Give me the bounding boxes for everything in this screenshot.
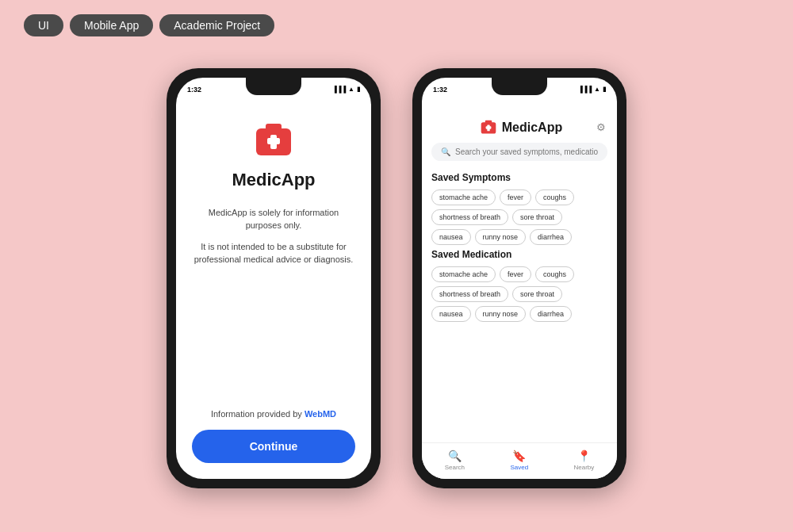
settings-icon[interactable]: ⚙ xyxy=(596,121,606,133)
disclaimer1: MedicApp is solely for information purpo… xyxy=(192,206,355,232)
wifi-icon: ▲ xyxy=(348,86,354,93)
webmd-text: Information provided by WebMD xyxy=(211,409,336,419)
chip-coughs-s[interactable]: coughs xyxy=(535,189,574,205)
svg-rect-3 xyxy=(267,138,280,144)
battery-icon2: ▮ xyxy=(603,86,606,93)
wifi-icon2: ▲ xyxy=(594,86,600,93)
disclaimer-block: MedicApp is solely for information purpo… xyxy=(192,206,355,274)
medic-logo xyxy=(253,121,294,162)
chip-diarrhea-s[interactable]: diarrhea xyxy=(530,229,572,245)
chip-sore-throat-m[interactable]: sore throat xyxy=(512,286,562,302)
phone1-status-icons: ▐▐▐ ▲ ▮ xyxy=(332,86,360,93)
bottom-nav: 🔍 Search 🔖 Saved 📍 Nearby xyxy=(422,442,617,479)
tag-mobile-app: Mobile App xyxy=(70,14,153,36)
nav-saved[interactable]: 🔖 Saved xyxy=(510,450,528,471)
phone1-content: MedicApp MedicApp is solely for informat… xyxy=(176,97,371,479)
phone2-screen: 1:32 ▐▐▐ ▲ ▮ xyxy=(422,78,617,479)
svg-rect-1 xyxy=(266,124,282,132)
chip-stomache-ache-m[interactable]: stomache ache xyxy=(431,266,496,282)
continue-button[interactable]: Continue xyxy=(192,430,355,463)
phone1-screen: 1:32 ▐▐▐ ▲ ▮ MedicApp xyxy=(176,78,371,479)
phone2-header: MedicApp ⚙ xyxy=(422,97,617,143)
chip-runny-nose-m[interactable]: runny nose xyxy=(475,306,527,322)
svg-rect-5 xyxy=(485,120,492,123)
chip-shortness-s[interactable]: shortness of breath xyxy=(431,209,508,225)
symptoms-row2: shortness of breath sore throat xyxy=(431,209,607,225)
saved-symptoms-title: Saved Symptoms xyxy=(431,172,607,183)
webmd-link[interactable]: WebMD xyxy=(305,409,336,419)
phone1-notch xyxy=(246,78,301,95)
symptoms-row1: stomache ache fever coughs xyxy=(431,189,607,205)
nav-nearby-label: Nearby xyxy=(573,464,594,471)
meds-row1: stomache ache fever coughs xyxy=(431,266,607,282)
chip-fever-m[interactable]: fever xyxy=(500,266,531,282)
saved-medication-title: Saved Medication xyxy=(431,249,607,260)
chip-coughs-m[interactable]: coughs xyxy=(535,266,574,282)
phones-area: 1:32 ▐▐▐ ▲ ▮ MedicApp xyxy=(0,0,793,532)
tags-row: UI Mobile App Academic Project xyxy=(0,0,274,36)
chip-fever-s[interactable]: fever xyxy=(500,189,531,205)
chip-diarrhea-m[interactable]: diarrhea xyxy=(530,306,572,322)
phone1-app-title: MedicApp xyxy=(232,170,315,190)
phone2-medic-logo xyxy=(480,119,497,136)
signal-icon: ▐▐▐ xyxy=(332,86,346,93)
search-bar[interactable]: 🔍 xyxy=(431,143,607,161)
chip-stomache-ache-s[interactable]: stomache ache xyxy=(431,189,496,205)
saved-nav-icon: 🔖 xyxy=(512,450,526,462)
tag-academic-project: Academic Project xyxy=(159,14,274,36)
phone1-time: 1:32 xyxy=(187,86,201,94)
meds-row3: nausea runny nose diarrhea xyxy=(431,306,607,322)
phone2-logo-area: MedicApp xyxy=(446,119,596,136)
nav-saved-label: Saved xyxy=(510,464,528,471)
saved-content: Saved Symptoms stomache ache fever cough… xyxy=(422,169,617,442)
nearby-nav-icon: 📍 xyxy=(577,450,591,462)
phone-splash: 1:32 ▐▐▐ ▲ ▮ MedicApp xyxy=(167,68,381,488)
nav-search[interactable]: 🔍 Search xyxy=(445,450,465,471)
phone2-time: 1:32 xyxy=(433,86,447,94)
phone2-status-icons: ▐▐▐ ▲ ▮ xyxy=(578,86,606,93)
chip-sore-throat-s[interactable]: sore throat xyxy=(512,209,562,225)
chip-runny-nose-s[interactable]: runny nose xyxy=(475,229,527,245)
meds-row2: shortness of breath sore throat xyxy=(431,286,607,302)
nav-nearby[interactable]: 📍 Nearby xyxy=(573,450,594,471)
signal-icon2: ▐▐▐ xyxy=(578,86,592,93)
disclaimer2: It is not intended to be a substitute fo… xyxy=(192,240,355,266)
phone2-notch xyxy=(492,78,547,95)
chip-shortness-m[interactable]: shortness of breath xyxy=(431,286,508,302)
chip-nausea-s[interactable]: nausea xyxy=(431,229,471,245)
chip-nausea-m[interactable]: nausea xyxy=(431,306,471,322)
symptoms-row3: nausea runny nose diarrhea xyxy=(431,229,607,245)
phone2-app-title: MedicApp xyxy=(502,121,562,135)
search-icon: 🔍 xyxy=(441,147,450,156)
battery-icon: ▮ xyxy=(357,86,360,93)
svg-rect-7 xyxy=(485,126,491,128)
tag-ui: UI xyxy=(24,14,63,36)
search-nav-icon: 🔍 xyxy=(448,450,462,462)
search-input[interactable] xyxy=(455,147,598,156)
nav-search-label: Search xyxy=(445,464,465,471)
phone-saved: 1:32 ▐▐▐ ▲ ▮ xyxy=(412,68,626,488)
